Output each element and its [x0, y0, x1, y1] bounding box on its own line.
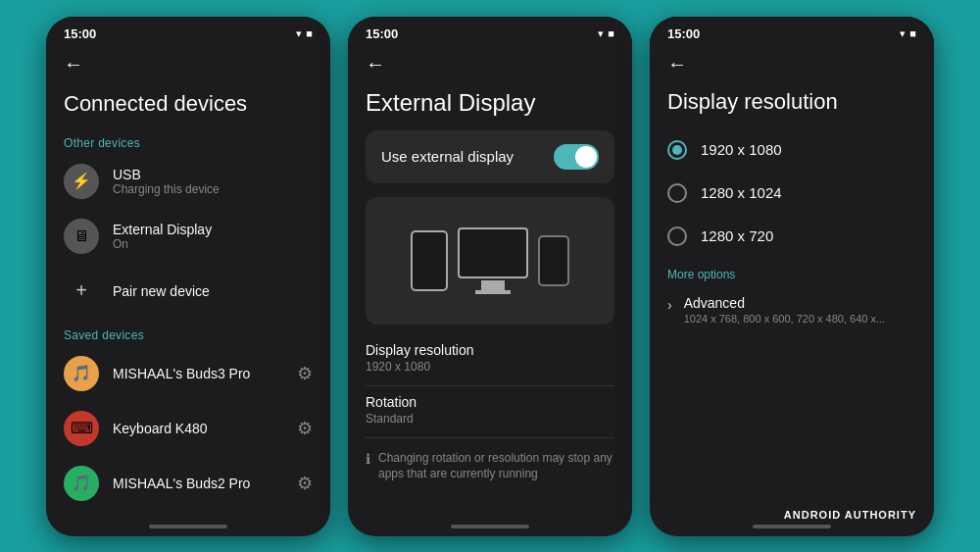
buds3-title: MISHAAL's Buds3 Pro [113, 366, 283, 381]
res-label-1: 1280 x 1024 [701, 184, 782, 201]
rotation-title: Rotation [366, 394, 614, 410]
pair-new-device-label: Pair new device [113, 283, 210, 299]
plus-icon: + [64, 274, 99, 309]
usb-item[interactable]: ⚡ USB Charging this device [46, 154, 330, 209]
status-bar-3: 15:00 ▾ ■ [650, 17, 934, 47]
info-note: ℹ Changing rotation or resolution may st… [348, 442, 632, 491]
screen-2: External Display Use external display Di… [348, 79, 632, 521]
advanced-subtitle: 1024 x 768, 800 x 600, 720 x 480, 640 x.… [684, 313, 886, 325]
external-display-subtitle: On [113, 237, 313, 251]
radio-1920[interactable] [667, 140, 687, 160]
advanced-text-group: Advanced 1024 x 768, 800 x 600, 720 x 48… [684, 295, 886, 325]
bottom-bar-1 [149, 525, 227, 528]
branding: ANDROID AUTHORITY [784, 509, 916, 521]
res-label-0: 1920 x 1080 [701, 141, 782, 158]
phone-silhouette [411, 230, 448, 291]
ext-page-title: External Display [348, 79, 632, 130]
resolution-item-0[interactable]: 1920 x 1080 [650, 128, 934, 172]
monitor-base [475, 290, 511, 294]
buds3-text: MISHAAL's Buds3 Pro [113, 366, 283, 381]
keyboard-text: Keyboard K480 [113, 421, 283, 436]
divider-3 [366, 437, 614, 438]
monitor-stand [481, 280, 505, 290]
status-bar-1: 15:00 ▾ ■ [46, 17, 330, 47]
usb-subtitle: Charging this device [113, 182, 313, 196]
use-external-display-row[interactable]: Use external display [366, 130, 614, 183]
status-icons-2: ▾ ■ [598, 27, 614, 40]
buds2-title: MISHAAL's Buds2 Pro [113, 476, 283, 491]
back-button-3[interactable]: ← [650, 47, 934, 79]
monitor-screen [458, 227, 528, 278]
external-display-text: External Display On [113, 222, 313, 251]
display-resolution-title: Display resolution [366, 342, 614, 358]
display-resolution-section[interactable]: Display resolution 1920 x 1080 [348, 338, 632, 381]
time-3: 15:00 [667, 26, 700, 41]
bottom-bar-3 [753, 525, 831, 528]
toggle-label: Use external display [381, 148, 514, 165]
time-1: 15:00 [64, 26, 96, 41]
monitor-silhouette [458, 227, 528, 294]
buds3-item[interactable]: 🎵 MISHAAL's Buds3 Pro ⚙ [46, 346, 330, 401]
buds3-icon: 🎵 [64, 356, 99, 391]
resolution-item-2[interactable]: 1280 x 720 [650, 215, 934, 258]
radio-1280-1024[interactable] [667, 183, 687, 203]
signal-icon: ■ [306, 27, 313, 39]
screen-1: Connected devices Other devices ⚡ USB Ch… [46, 79, 330, 521]
advanced-chevron-icon: › [667, 297, 672, 313]
wifi-icon-2: ▾ [598, 27, 604, 40]
keyboard-item[interactable]: ⌨ Keyboard K480 ⚙ [46, 401, 330, 456]
buds2-icon: 🎵 [64, 466, 99, 501]
status-icons-1: ▾ ■ [296, 27, 313, 40]
resolution-item-1[interactable]: 1280 x 1024 [650, 172, 934, 215]
wifi-icon: ▾ [296, 27, 302, 40]
res-label-2: 1280 x 720 [701, 227, 773, 244]
screen-3: Display resolution 1920 x 1080 1280 x 10… [650, 79, 934, 521]
buds3-gear-icon[interactable]: ⚙ [297, 363, 313, 384]
advanced-item[interactable]: › Advanced 1024 x 768, 800 x 600, 720 x … [650, 285, 934, 334]
toggle-switch[interactable] [554, 144, 599, 170]
saved-devices-label: Saved devices [46, 319, 330, 346]
usb-text: USB Charging this device [113, 167, 313, 196]
bottom-bar-2 [451, 525, 529, 528]
signal-icon-2: ■ [608, 27, 614, 39]
usb-title: USB [113, 167, 313, 182]
buds2-gear-icon[interactable]: ⚙ [297, 473, 313, 494]
display-preview [366, 197, 614, 325]
rotation-section[interactable]: Rotation Standard [348, 390, 632, 433]
time-2: 15:00 [366, 26, 398, 41]
back-button-1[interactable]: ← [46, 47, 330, 79]
radio-1280-720[interactable] [667, 226, 687, 246]
wifi-icon-3: ▾ [900, 27, 906, 40]
info-note-text: Changing rotation or resolution may stop… [378, 450, 614, 483]
phone-silhouette-2 [538, 235, 569, 286]
divider-2 [366, 385, 614, 386]
more-options-label: More options [650, 258, 934, 285]
res-page-title: Display resolution [650, 79, 934, 128]
keyboard-title: Keyboard K480 [113, 421, 283, 436]
page-title-1: Connected devices [46, 79, 330, 126]
status-bar-2: 15:00 ▾ ■ [348, 17, 632, 47]
keyboard-icon: ⌨ [64, 411, 99, 446]
branding-text: ANDROID AUTHORITY [784, 509, 916, 521]
external-display-item[interactable]: 🖥 External Display On [46, 209, 330, 264]
phone-display-resolution: 15:00 ▾ ■ ← Display resolution 1920 x 10… [650, 17, 934, 536]
keyboard-gear-icon[interactable]: ⚙ [297, 418, 313, 439]
external-display-title: External Display [113, 222, 313, 237]
external-display-icon: 🖥 [64, 219, 99, 254]
status-icons-3: ▾ ■ [900, 27, 916, 40]
signal-icon-3: ■ [909, 27, 916, 39]
back-button-2[interactable]: ← [348, 47, 632, 79]
pair-new-device-item[interactable]: + Pair new device [46, 264, 330, 319]
info-note-icon: ℹ [366, 451, 370, 467]
buds2-text: MISHAAL's Buds2 Pro [113, 476, 283, 491]
usb-icon: ⚡ [64, 164, 99, 199]
buds2-item[interactable]: 🎵 MISHAAL's Buds2 Pro ⚙ [46, 456, 330, 511]
rotation-value: Standard [366, 412, 614, 426]
advanced-title: Advanced [684, 295, 886, 311]
phone-connected-devices: 15:00 ▾ ■ ← Connected devices Other devi… [46, 17, 330, 536]
display-resolution-value: 1920 x 1080 [366, 360, 614, 374]
see-all-item[interactable]: › See all [46, 511, 330, 521]
phone-external-display: 15:00 ▾ ■ ← External Display Use externa… [348, 17, 632, 536]
other-devices-label: Other devices [46, 126, 330, 154]
